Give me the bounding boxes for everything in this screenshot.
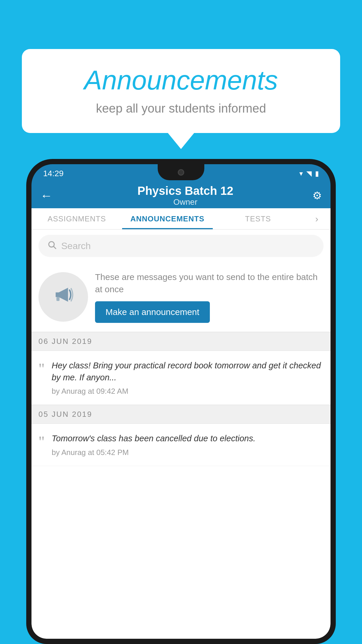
phone-container: 14:29 ▾ ◥ ▮ ← Physics Batch 12 Owner ⚙ [26, 159, 336, 644]
settings-button[interactable]: ⚙ [312, 190, 322, 202]
phone-outer: 14:29 ▾ ◥ ▮ ← Physics Batch 12 Owner ⚙ [26, 159, 336, 644]
announcement-text-block-1: Hey class! Bring your practical record b… [52, 360, 324, 396]
svg-line-1 [54, 246, 56, 249]
announcement-meta-2: by Anurag at 05:42 PM [52, 448, 324, 457]
speech-bubble-arrow [168, 133, 194, 149]
date-divider-2: 05 JUN 2019 [31, 405, 331, 424]
app-bar-title: Physics Batch 12 [58, 184, 312, 197]
status-time: 14:29 [43, 169, 64, 178]
speech-bubble-subtitle: keep all your students informed [39, 102, 323, 116]
announcement-promo-text: These are messages you want to send to t… [95, 271, 324, 323]
announcement-message-1: Hey class! Bring your practical record b… [52, 360, 324, 383]
announcement-item-1[interactable]: " Hey class! Bring your practical record… [31, 351, 331, 405]
tab-more[interactable]: › [303, 208, 331, 229]
speech-bubble: Announcements keep all your students inf… [22, 49, 340, 133]
phone-inner: 14:29 ▾ ◥ ▮ ← Physics Batch 12 Owner ⚙ [31, 164, 331, 639]
quote-icon-1: " [38, 361, 45, 377]
megaphone-icon [51, 282, 76, 312]
announcement-message-2: Tomorrow's class has been cancelled due … [52, 433, 324, 444]
app-bar-title-group: Physics Batch 12 Owner [58, 184, 312, 207]
camera-dot [178, 169, 184, 176]
signal-icon: ◥ [306, 169, 312, 178]
search-icon [47, 240, 57, 252]
tab-tests[interactable]: TESTS [213, 208, 303, 229]
make-announcement-button[interactable]: Make an announcement [95, 301, 210, 323]
announcement-item-2[interactable]: " Tomorrow's class has been cancelled du… [31, 424, 331, 466]
app-bar: ← Physics Batch 12 Owner ⚙ [31, 183, 331, 208]
announcement-text-block-2: Tomorrow's class has been cancelled due … [52, 433, 324, 457]
search-input-wrapper[interactable]: Search [38, 235, 324, 257]
phone-screen: Search [31, 230, 331, 639]
battery-icon: ▮ [315, 169, 319, 178]
tabs-bar: ASSIGNMENTS ANNOUNCEMENTS TESTS › [31, 208, 331, 230]
status-bar: 14:29 ▾ ◥ ▮ [31, 164, 331, 183]
announcement-icon-circle [38, 272, 88, 322]
speech-bubble-section: Announcements keep all your students inf… [22, 49, 340, 149]
announcement-promo-desc: These are messages you want to send to t… [95, 271, 324, 295]
status-icons: ▾ ◥ ▮ [299, 169, 319, 178]
app-bar-subtitle: Owner [58, 197, 312, 207]
tab-announcements[interactable]: ANNOUNCEMENTS [122, 208, 213, 229]
wifi-icon: ▾ [299, 169, 303, 178]
announcement-promo-card: These are messages you want to send to t… [31, 262, 331, 332]
speech-bubble-title: Announcements [39, 65, 323, 96]
search-bar-container: Search [31, 230, 331, 262]
quote-icon-2: " [38, 434, 45, 449]
back-button[interactable]: ← [40, 189, 52, 203]
tab-assignments[interactable]: ASSIGNMENTS [31, 208, 122, 229]
announcement-meta-1: by Anurag at 09:42 AM [52, 387, 324, 396]
date-divider-1: 06 JUN 2019 [31, 332, 331, 351]
phone-notch [158, 164, 204, 180]
search-placeholder-text: Search [61, 241, 91, 251]
svg-rect-2 [56, 297, 59, 301]
